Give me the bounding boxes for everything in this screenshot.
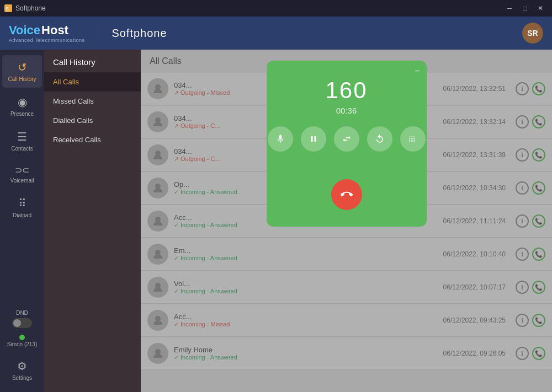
presence-icon: ◉ (18, 95, 27, 109)
logo-voice: Voice (9, 23, 40, 37)
dnd-label: DND (16, 310, 28, 316)
contacts-icon: ☰ (17, 130, 27, 143)
logo-host: Host (41, 23, 68, 37)
app-icon: S (4, 4, 12, 12)
presence-label: Presence (10, 111, 34, 117)
toggle-knob (13, 319, 21, 327)
maximize-button[interactable]: □ (518, 3, 532, 14)
contacts-label: Contacts (11, 146, 33, 152)
minimize-button[interactable]: ─ (502, 3, 517, 14)
user-status: Simon (213) (7, 335, 37, 347)
mute-button[interactable] (268, 126, 293, 152)
app-name-label: Softphone (15, 4, 46, 12)
call-overlay: − 160 00:36 (141, 50, 552, 392)
call-history-label: Call History (8, 76, 36, 82)
user-label: Simon (213) (7, 341, 37, 347)
nav-item-all-calls[interactable]: All Calls (44, 72, 141, 92)
dialpad-label: Dialpad (13, 212, 31, 218)
user-avatar[interactable]: SR (522, 23, 543, 44)
logo: Voice Host (9, 23, 84, 37)
header: Voice Host Advanced Telecommunications S… (0, 17, 552, 50)
hold-button[interactable] (301, 126, 326, 152)
app-container: Voice Host Advanced Telecommunications S… (0, 17, 552, 392)
end-call-button[interactable] (331, 179, 362, 210)
sidebar-item-call-history[interactable]: ↺ Call History (2, 55, 42, 88)
voicemail-icon: ⊃⊂ (15, 165, 29, 175)
sidebar-item-voicemail[interactable]: ⊃⊂ Voicemail (2, 159, 42, 189)
voicemail-label: Voicemail (10, 178, 34, 184)
call-timer: 00:36 (336, 106, 357, 115)
keypad-button[interactable] (400, 126, 426, 152)
nav-panel: Call History All Calls Missed Calls Dial… (44, 50, 141, 392)
title-bar: S Softphone ─ □ ✕ (0, 0, 552, 17)
sidebar-item-presence[interactable]: ◉ Presence (2, 90, 42, 122)
logo-subtitle: Advanced Telecommunications (9, 37, 84, 43)
logo-divider (98, 22, 98, 44)
settings-label: Settings (12, 375, 32, 381)
sidebar-item-dialpad[interactable]: ⠿ Dialpad (2, 191, 42, 224)
sidebar: ↺ Call History ◉ Presence ☰ Contacts ⊃⊂ … (0, 50, 44, 392)
sidebar-item-contacts[interactable]: ☰ Contacts (2, 125, 42, 157)
body: ↺ Call History ◉ Presence ☰ Contacts ⊃⊂ … (0, 50, 552, 392)
forward-button[interactable] (367, 126, 392, 152)
nav-item-missed-calls[interactable]: Missed Calls (44, 92, 141, 111)
minimize-icon[interactable]: − (415, 66, 420, 76)
call-history-icon: ↺ (18, 61, 27, 74)
sidebar-item-settings[interactable]: ⚙ Settings (2, 354, 42, 386)
active-call-modal: − 160 00:36 (267, 61, 427, 227)
dialpad-icon: ⠿ (18, 197, 26, 210)
nav-item-dialled-calls[interactable]: Dialled Calls (44, 111, 141, 130)
call-number: 160 (325, 77, 367, 104)
settings-icon: ⚙ (17, 359, 27, 373)
svg-text:S: S (6, 6, 9, 12)
call-controls (268, 126, 426, 152)
dnd-toggle[interactable] (12, 318, 32, 328)
dnd-area: DND (12, 310, 32, 328)
header-title: Softphone (112, 27, 167, 40)
nav-item-received-calls[interactable]: Received Calls (44, 130, 141, 149)
transfer-button[interactable] (334, 126, 359, 152)
nav-panel-title: Call History (44, 50, 141, 72)
main-content: All Calls 034... ↗ Outgoing - Missed 06/… (141, 50, 552, 392)
close-button[interactable]: ✕ (533, 3, 548, 14)
logo-box: Voice Host Advanced Telecommunications (9, 23, 84, 43)
status-dot (19, 335, 25, 340)
window-controls: ─ □ ✕ (502, 3, 548, 14)
logo-area: Voice Host Advanced Telecommunications S… (9, 22, 167, 44)
